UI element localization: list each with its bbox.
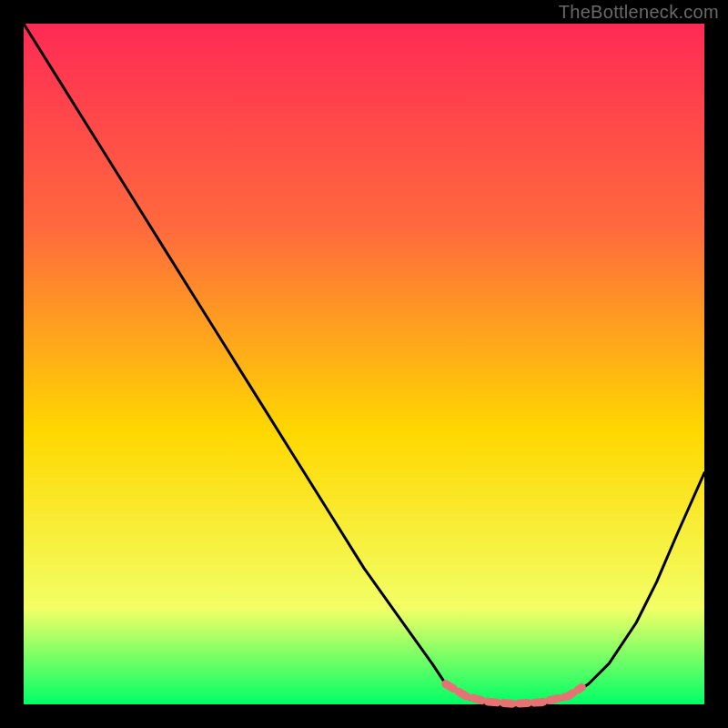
bottleneck-chart [0,0,728,728]
plot-background [24,24,704,704]
chart-container: TheBottleneck.com [0,0,728,728]
watermark-text: TheBottleneck.com [559,2,719,23]
